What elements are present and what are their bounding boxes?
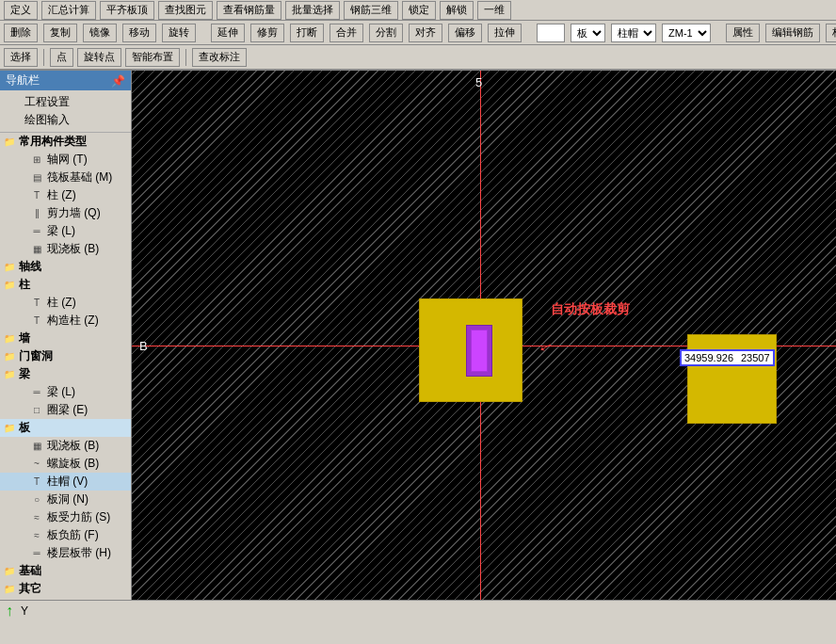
bslj-icon: ≈	[30, 512, 43, 523]
sidebar-item-zhm-label: 柱帽 (V)	[47, 474, 88, 490]
toolbar-edit-rebar-btn[interactable]: 编辑钢筋	[765, 24, 820, 42]
sidebar-group-slab[interactable]: 📁 板	[0, 419, 131, 437]
canvas-coord-display: 34959.926 23507	[680, 349, 775, 366]
toolbar-mirror-btn[interactable]: 镜像	[83, 24, 117, 42]
toolbar-copy-btn[interactable]: 复制	[43, 24, 77, 42]
toolbar-rotate-btn[interactable]: 旋转	[162, 24, 196, 42]
sidebar-item-col-z[interactable]: T 柱 (Z)	[0, 294, 131, 312]
sidebar-nav: 📁 常用构件类型 ⊞ 轴网 (T) ▤ 筏板基础 (M) T 柱 (Z) ‖ 剪…	[0, 133, 131, 600]
folder-icon-wall: 📁	[4, 333, 15, 344]
sidebar-group-opening[interactable]: 📁 门窗洞	[0, 347, 131, 365]
toolbar-batch-select-btn[interactable]: 批量选择	[285, 1, 340, 20]
sidebar-header: 导航栏 📌	[0, 71, 131, 90]
toolbar-merge-btn[interactable]: 合并	[330, 24, 363, 42]
toolbar-rotate-point-btn[interactable]: 旋转点	[77, 48, 121, 67]
slab-icon: ▦	[30, 244, 43, 254]
sidebar-group-col-label: 柱	[19, 277, 30, 293]
status-bar: ↑ Y	[0, 600, 836, 620]
sidebar-group-foundation-label: 基础	[19, 563, 41, 579]
toolbar-property-btn[interactable]: 属性	[726, 24, 760, 42]
canvas-label-5: 5	[475, 75, 482, 89]
sidebar-item-drawing-input[interactable]: 绘图输入	[6, 111, 125, 129]
column-cap-select[interactable]: 柱帽	[611, 24, 656, 42]
sidebar-item-project-settings[interactable]: 工程设置	[6, 93, 125, 111]
toolbar-align-btn2[interactable]: 对齐	[409, 24, 442, 42]
sidebar-group-col[interactable]: 📁 柱	[0, 276, 131, 294]
sidebar-item-bslj[interactable]: ≈ 板受力筋 (S)	[0, 508, 131, 526]
toolbar-row1: 定义 汇总计算 平齐板顶 查找图元 查看钢筋量 批量选择 钢筋三维 锁定 解锁 …	[0, 0, 836, 21]
sidebar-item-gzz-label: 构造柱 (Z)	[47, 313, 99, 329]
folder-icon-col: 📁	[4, 280, 15, 290]
toolbar-delete-btn[interactable]: 删除	[4, 24, 38, 42]
toolbar-trim-btn[interactable]: 修剪	[250, 24, 284, 42]
sidebar-item-zhm[interactable]: T 柱帽 (V)	[0, 473, 131, 491]
zhm-icon: T	[30, 476, 43, 487]
canvas-coord1: 34959.926	[684, 352, 733, 363]
col-z-icon: T	[30, 298, 43, 308]
sidebar-item-column[interactable]: T 柱 (Z)	[0, 186, 131, 204]
shearwall-icon: ‖	[30, 208, 43, 218]
sidebar-item-beam-l[interactable]: ═ 梁 (L)	[0, 383, 131, 401]
sidebar-title: 导航栏	[6, 72, 40, 89]
sidebar-group-wall-label: 墙	[19, 330, 30, 346]
toolbar-point-btn[interactable]: 点	[50, 48, 73, 67]
sidebar-item-lcbd[interactable]: ═ 楼层板带 (H)	[0, 544, 131, 562]
sidebar-item-bfj-label: 板负筋 (F)	[47, 527, 99, 543]
toolbar-1d-btn[interactable]: 一维	[477, 1, 511, 20]
toolbar-split-btn[interactable]: 分割	[369, 24, 403, 42]
sidebar-group-slab-label: 板	[19, 420, 30, 436]
toolbar-align-btn[interactable]: 平齐板顶	[100, 1, 154, 20]
sidebar-item-bfj[interactable]: ≈ 板负筋 (F)	[0, 526, 131, 544]
sidebar-group-wall[interactable]: 📁 墙	[0, 330, 131, 347]
sidebar-group-beam[interactable]: 📁 梁	[0, 365, 131, 383]
toolbar-find-btn[interactable]: 查找图元	[158, 1, 213, 20]
toolbar-move-btn[interactable]: 移动	[122, 24, 156, 42]
toolbar-extend-btn[interactable]: 延伸	[211, 24, 245, 42]
toolbar-edit-annotation-btn[interactable]: 查改标注	[192, 48, 247, 67]
toolbar-stretch-btn[interactable]: 拉伸	[488, 24, 522, 42]
sidebar-item-ring-beam[interactable]: □ 圈梁 (E)	[0, 401, 131, 419]
toolbar-define-btn[interactable]: 定义	[4, 1, 38, 20]
sidebar-group-foundation[interactable]: 📁 基础	[0, 562, 131, 580]
drawing-input-label: 绘图输入	[24, 112, 70, 128]
toolbar-lock-btn[interactable]: 锁定	[402, 1, 436, 20]
sidebar-pin-icon[interactable]: 📌	[111, 74, 125, 88]
raft-icon: ▤	[30, 172, 43, 183]
sidebar-item-bd[interactable]: ○ 板洞 (N)	[0, 491, 131, 508]
toolbar-break-btn[interactable]: 打断	[290, 24, 324, 42]
sidebar-group-custom[interactable]: 📁 自定义	[0, 598, 131, 600]
sidebar-item-lxb-label: 螺旋板 (B)	[47, 456, 99, 472]
sidebar-group-axis[interactable]: 📁 轴线	[0, 258, 131, 276]
toolbar-unlock-btn[interactable]: 解锁	[440, 1, 474, 20]
sidebar-item-raft-label: 筏板基础 (M)	[47, 169, 112, 185]
zm-select[interactable]: ZM-1	[662, 24, 711, 42]
sidebar-item-xjb[interactable]: ▦ 现浇板 (B)	[0, 437, 131, 455]
toolbar-rebar-3d-btn[interactable]: 钢筋三维	[344, 1, 398, 20]
sidebar-item-shearwall[interactable]: ‖ 剪力墙 (Q)	[0, 204, 131, 222]
sidebar-group-beam-label: 梁	[19, 366, 30, 382]
lxb-icon: ~	[30, 459, 43, 469]
toolbar-offset-btn[interactable]: 偏移	[448, 24, 482, 42]
toolbar-smart-place-btn[interactable]: 智能布置	[125, 48, 180, 67]
sidebar-item-beam[interactable]: ═ 梁 (L)	[0, 222, 131, 240]
sidebar-item-gzz[interactable]: T 构造柱 (Z)	[0, 312, 131, 330]
sidebar-item-axis[interactable]: ⊞ 轴网 (T)	[0, 151, 131, 169]
sidebar-item-slab[interactable]: ▦ 现浇板 (B)	[0, 240, 131, 258]
sidebar-item-column-label: 柱 (Z)	[47, 187, 76, 203]
sidebar-item-lxb[interactable]: ~ 螺旋板 (B)	[0, 455, 131, 473]
toolbar-row3: 选择 点 旋转点 智能布置 查改标注	[0, 45, 836, 70]
sidebar-group-other[interactable]: 📁 其它	[0, 580, 131, 598]
toolbar-rebar-qty-btn[interactable]: 查看钢筋量	[217, 1, 281, 20]
sidebar-group-common[interactable]: 📁 常用构件类型	[0, 133, 131, 151]
toolbar-select-btn[interactable]: 选择	[4, 48, 38, 67]
layer-input[interactable]: 2	[537, 24, 565, 42]
canvas-area[interactable]: 5 B 自动按板裁剪 → 34959.926 23507	[132, 71, 836, 600]
folder-icon-other: 📁	[4, 584, 15, 594]
sidebar-item-raft[interactable]: ▤ 筏板基础 (M)	[0, 169, 131, 186]
folder-icon-common: 📁	[4, 137, 15, 147]
separator6	[185, 49, 186, 66]
component-type-select[interactable]: 板	[571, 24, 605, 42]
toolbar-component-list-btn[interactable]: 构件列表	[826, 24, 836, 42]
sidebar-group-axis-label: 轴线	[19, 259, 41, 275]
toolbar-calc-btn[interactable]: 汇总计算	[41, 1, 96, 20]
